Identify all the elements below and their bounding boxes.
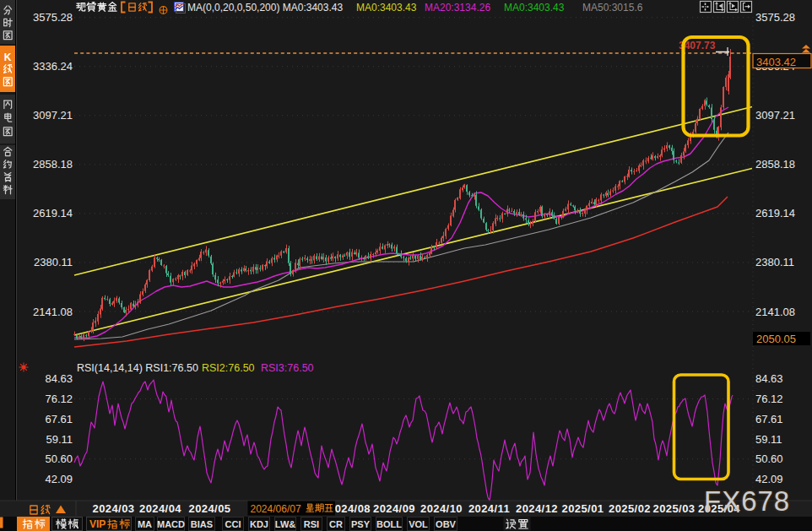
svg-text:59.11: 59.11 (755, 433, 782, 446)
svg-text:2858.18: 2858.18 (755, 158, 795, 171)
svg-text:3575.28: 3575.28 (755, 11, 795, 24)
svg-text:2380.11: 2380.11 (755, 256, 794, 268)
svg-text:2025/02: 2025/02 (609, 502, 651, 515)
svg-text:50.60: 50.60 (755, 452, 783, 465)
svg-text:2619.14: 2619.14 (33, 207, 73, 219)
svg-text:MA0:3403.43: MA0:3403.43 (504, 2, 565, 14)
svg-text:MA0:3403.43: MA0:3403.43 (356, 2, 417, 14)
svg-text:2619.14: 2619.14 (755, 207, 795, 219)
svg-text:RSI3:76.50: RSI3:76.50 (261, 362, 314, 374)
svg-text:2858.18: 2858.18 (33, 158, 73, 171)
svg-text:MA: MA (138, 519, 152, 529)
svg-text:RSI: RSI (304, 519, 319, 529)
svg-text:84.63: 84.63 (755, 372, 783, 385)
svg-text:MA20:3134.26: MA20:3134.26 (425, 2, 490, 14)
svg-text:2024/04: 2024/04 (139, 502, 181, 515)
svg-text:3097.21: 3097.21 (755, 109, 795, 122)
svg-text:3575.28: 3575.28 (33, 11, 73, 24)
svg-text:2024/10: 2024/10 (420, 502, 463, 515)
svg-text:RSI2:76.50: RSI2:76.50 (202, 362, 255, 374)
svg-text:MACD: MACD (157, 519, 185, 529)
svg-text:2024/11: 2024/11 (468, 502, 510, 515)
svg-text:42.09: 42.09 (45, 473, 73, 485)
svg-text:2024/09: 2024/09 (373, 502, 415, 515)
svg-text:50.60: 50.60 (45, 452, 73, 465)
svg-text:RSI(14,14,14) RSI1:76.50: RSI(14,14,14) RSI1:76.50 (77, 362, 198, 374)
svg-text:VOL: VOL (409, 519, 428, 529)
svg-text:42.09: 42.09 (755, 473, 783, 485)
svg-text:FX678: FX678 (704, 485, 790, 517)
svg-text:59.11: 59.11 (46, 433, 73, 446)
svg-text:K: K (4, 51, 12, 63)
svg-text:67.61: 67.61 (755, 413, 783, 425)
svg-text:2024/03: 2024/03 (93, 502, 135, 515)
svg-text:67.61: 67.61 (45, 413, 73, 425)
svg-text:2380.11: 2380.11 (34, 256, 73, 268)
svg-text:76.12: 76.12 (45, 393, 73, 405)
svg-text:VIP: VIP (89, 518, 106, 530)
svg-text:76.12: 76.12 (755, 393, 783, 405)
svg-text:MA50:3015.6: MA50:3015.6 (582, 2, 643, 14)
svg-text:2024/05: 2024/05 (189, 502, 231, 515)
svg-text:PSY: PSY (351, 519, 371, 529)
svg-text:2141.08: 2141.08 (755, 306, 795, 318)
svg-text:3403.42: 3403.42 (756, 56, 796, 68)
svg-text:3097.21: 3097.21 (33, 109, 73, 122)
svg-text:2025/03: 2025/03 (653, 502, 696, 515)
svg-text:MA(0,0,20,0,50,200) MA0:3403.4: MA(0,0,20,0,50,200) MA0:3403.43 (187, 2, 343, 14)
svg-text:84.63: 84.63 (45, 372, 73, 385)
svg-text:CR: CR (329, 519, 343, 529)
svg-text:3336.24: 3336.24 (33, 60, 73, 73)
svg-text:2024/06/07: 2024/06/07 (251, 503, 301, 515)
svg-text:CCI: CCI (225, 519, 241, 529)
svg-text:2024/12: 2024/12 (516, 502, 558, 515)
svg-text:KDJ: KDJ (250, 519, 268, 529)
svg-text:2050.05: 2050.05 (756, 333, 796, 345)
svg-text:2141.08: 2141.08 (33, 306, 73, 318)
svg-text:BIAS: BIAS (191, 519, 213, 529)
svg-text:2025/01: 2025/01 (562, 502, 604, 515)
svg-text:OBV: OBV (436, 519, 457, 529)
svg-text:LW&: LW& (275, 519, 295, 529)
svg-text:BOLL: BOLL (376, 519, 402, 529)
